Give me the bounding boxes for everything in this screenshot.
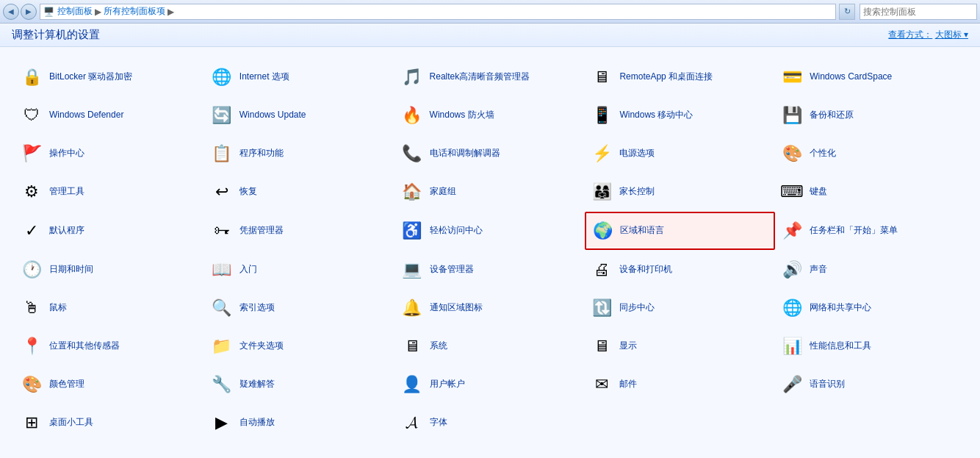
label-system[interactable]: 系统 (430, 340, 447, 352)
label-region-lang[interactable]: 区域和语言 (620, 225, 664, 237)
search-input[interactable] (860, 4, 977, 20)
label-taskbar[interactable]: 任务栏和「开始」菜单 (810, 225, 898, 237)
item-device-mgr[interactable]: 💻 设备管理器 (395, 251, 586, 288)
item-mail[interactable]: ✉ 邮件 (585, 366, 775, 403)
label-indexing[interactable]: 索引选项 (239, 302, 275, 314)
address-bar[interactable]: 🖥️ 控制面板 ▶ 所有控制面板项 ▶ (40, 4, 836, 20)
item-bitlocker[interactable]: 🔒 BitLocker 驱动器加密 (15, 59, 205, 96)
label-realtek[interactable]: Realtek高清晰音频管理器 (430, 71, 530, 83)
item-realtek[interactable]: 🎵 Realtek高清晰音频管理器 (395, 59, 586, 96)
label-keyboard[interactable]: 键盘 (810, 186, 827, 198)
label-autoplay[interactable]: 自动播放 (239, 417, 275, 429)
item-remoteapp[interactable]: 🖥 RemoteApp 和桌面连接 (585, 59, 775, 96)
item-ease-access[interactable]: ♿ 轻松访问中心 (395, 212, 586, 250)
item-internet-options[interactable]: 🌐 Internet 选项 (205, 59, 395, 96)
item-mouse[interactable]: 🖱 鼠标 (15, 290, 205, 326)
label-datetime[interactable]: 日期和时间 (49, 264, 93, 276)
item-fonts[interactable]: 𝓐 字体 (395, 404, 586, 441)
item-devices-printers[interactable]: 🖨 设备和打印机 (585, 251, 775, 288)
label-speech[interactable]: 语音识别 (810, 379, 845, 390)
label-bitlocker[interactable]: BitLocker 驱动器加密 (49, 71, 132, 83)
item-homegroup[interactable]: 🏠 家庭组 (395, 173, 586, 210)
label-recovery[interactable]: 恢复 (239, 186, 257, 198)
label-firewall[interactable]: Windows 防火墙 (430, 110, 494, 121)
item-cardspace[interactable]: 💳 Windows CardSpace (775, 59, 965, 96)
item-keyboard[interactable]: ⌨ 键盘 (775, 173, 965, 210)
label-default-programs[interactable]: 默认程序 (49, 225, 84, 237)
item-default-programs[interactable]: ✓ 默认程序 (15, 212, 205, 250)
forward-button[interactable]: ▶ (21, 4, 37, 20)
label-phone-modem[interactable]: 电话和调制解调器 (430, 148, 500, 160)
item-windows-update[interactable]: 🔄 Windows Update (205, 97, 395, 134)
item-network[interactable]: 🌐 网络和共享中心 (775, 290, 965, 326)
label-personalize[interactable]: 个性化 (810, 148, 836, 160)
item-system[interactable]: 🖥 系统 (395, 328, 586, 365)
item-backup[interactable]: 💾 备份和还原 (775, 97, 965, 134)
label-windows-update[interactable]: Windows Update (239, 110, 306, 121)
label-mail[interactable]: 邮件 (619, 379, 637, 390)
item-credential[interactable]: 🗝 凭据管理器 (205, 212, 395, 250)
item-getstarted[interactable]: 📖 入门 (205, 251, 395, 288)
item-datetime[interactable]: 🕐 日期和时间 (15, 251, 205, 288)
item-region-lang[interactable]: 🌍 区域和语言 (585, 212, 775, 250)
item-phone-modem[interactable]: 📞 电话和调制解调器 (395, 135, 586, 172)
breadcrumb-item-1[interactable]: 控制面板 (57, 5, 93, 18)
view-selector[interactable]: 大图标 ▾ (935, 29, 968, 40)
item-autoplay[interactable]: ▶ 自动播放 (205, 404, 395, 441)
breadcrumb-item-2[interactable]: 所有控制面板项 (104, 5, 165, 18)
item-indexing[interactable]: 🔍 索引选项 (205, 290, 395, 326)
label-color-mgmt[interactable]: 颜色管理 (49, 379, 84, 390)
label-notify-icons[interactable]: 通知区域图标 (430, 302, 483, 314)
item-troubleshoot[interactable]: 🔧 疑难解答 (205, 366, 395, 403)
item-location[interactable]: 📍 位置和其他传感器 (15, 328, 205, 365)
item-firewall[interactable]: 🔥 Windows 防火墙 (395, 97, 586, 134)
label-mgmt-tools[interactable]: 管理工具 (49, 186, 84, 198)
label-sync-center[interactable]: 同步中心 (619, 302, 655, 314)
label-gadgets[interactable]: 桌面小工具 (49, 417, 93, 429)
item-color-mgmt[interactable]: 🎨 颜色管理 (15, 366, 205, 403)
item-folder-options[interactable]: 📁 文件夹选项 (205, 328, 395, 365)
label-remoteapp[interactable]: RemoteApp 和桌面连接 (619, 71, 713, 83)
refresh-button[interactable]: ↻ (839, 4, 855, 20)
item-sync-center[interactable]: 🔃 同步中心 (585, 290, 775, 326)
item-performance[interactable]: 📊 性能信息和工具 (775, 328, 965, 365)
label-getstarted[interactable]: 入门 (239, 264, 257, 276)
label-backup[interactable]: 备份和还原 (810, 110, 854, 121)
item-user-accounts[interactable]: 👤 用户帐户 (395, 366, 586, 403)
label-parental[interactable]: 家长控制 (619, 186, 655, 198)
item-recovery[interactable]: ↩ 恢复 (205, 173, 395, 210)
label-credential[interactable]: 凭据管理器 (239, 225, 284, 237)
label-performance[interactable]: 性能信息和工具 (810, 340, 871, 352)
label-ease-access[interactable]: 轻松访问中心 (430, 225, 483, 237)
label-fonts[interactable]: 字体 (430, 417, 447, 429)
label-troubleshoot[interactable]: 疑难解答 (239, 379, 275, 390)
label-sound[interactable]: 声音 (810, 264, 827, 276)
label-devices-printers[interactable]: 设备和打印机 (619, 264, 672, 276)
label-cardspace[interactable]: Windows CardSpace (810, 71, 892, 83)
item-sound[interactable]: 🔊 声音 (775, 251, 965, 288)
item-notify-icons[interactable]: 🔔 通知区域图标 (395, 290, 586, 326)
label-location[interactable]: 位置和其他传感器 (49, 340, 120, 352)
label-mouse[interactable]: 鼠标 (49, 302, 67, 314)
label-homegroup[interactable]: 家庭组 (430, 186, 456, 198)
item-gadgets[interactable]: ⊞ 桌面小工具 (15, 404, 205, 441)
label-internet-options[interactable]: Internet 选项 (239, 71, 289, 83)
item-parental[interactable]: 👨‍👩‍👧 家长控制 (585, 173, 775, 210)
item-taskbar[interactable]: 📌 任务栏和「开始」菜单 (775, 212, 965, 250)
item-action-center[interactable]: 🚩 操作中心 (15, 135, 205, 172)
label-defender[interactable]: Windows Defender (49, 110, 123, 121)
back-button[interactable]: ◀ (3, 4, 19, 20)
item-defender[interactable]: 🛡 Windows Defender (15, 97, 205, 134)
item-mobility[interactable]: 📱 Windows 移动中心 (585, 97, 775, 134)
label-programs[interactable]: 程序和功能 (239, 148, 284, 160)
item-power[interactable]: ⚡ 电源选项 (585, 135, 775, 172)
label-folder-options[interactable]: 文件夹选项 (239, 340, 284, 352)
label-user-accounts[interactable]: 用户帐户 (430, 379, 465, 390)
item-speech[interactable]: 🎤 语音识别 (775, 366, 965, 403)
item-mgmt-tools[interactable]: ⚙ 管理工具 (15, 173, 205, 210)
item-programs[interactable]: 📋 程序和功能 (205, 135, 395, 172)
item-display[interactable]: 🖥 显示 (585, 328, 775, 365)
label-display[interactable]: 显示 (619, 340, 637, 352)
item-personalize[interactable]: 🎨 个性化 (775, 135, 965, 172)
label-mobility[interactable]: Windows 移动中心 (619, 110, 693, 121)
